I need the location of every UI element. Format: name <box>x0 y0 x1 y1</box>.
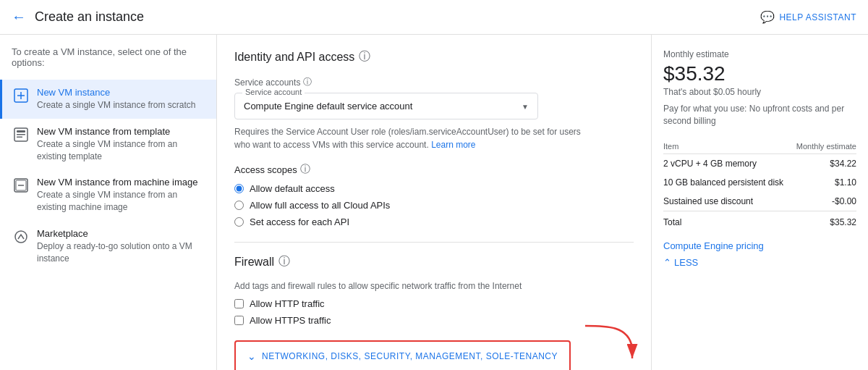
page-title: Create an instance <box>35 9 760 25</box>
sidebar-item-marketplace-title: Marketplace <box>37 228 205 239</box>
cost-estimate-total: $35.32 <box>792 211 856 232</box>
sidebar-item-template-title: New VM instance from template <box>37 126 205 137</box>
monthly-estimate-label: Monthly estimate <box>663 49 856 59</box>
header: ← Create an instance 💬 HELP ASSISTANT <box>0 0 868 35</box>
sidebar-item-machine-image-desc: Create a single VM instance from an exis… <box>37 189 205 214</box>
learn-more-link[interactable]: Learn more <box>431 140 475 150</box>
access-scopes-section: Access scopes ⓘ Allow default access All… <box>234 163 634 227</box>
table-row: 10 GB balanced persistent disk $1.10 <box>663 173 856 192</box>
cost-estimate-vcpu: $34.22 <box>792 154 856 173</box>
sidebar: To create a VM instance, select one of t… <box>0 35 217 370</box>
radio-default-access[interactable]: Allow default access <box>234 183 634 194</box>
monthly-estimate-price: $35.32 <box>663 62 856 85</box>
cost-item-discount: Sustained use discount <box>663 192 792 211</box>
upfront-note: Pay for what you use: No upfront costs a… <box>663 103 856 127</box>
svg-rect-5 <box>17 134 25 135</box>
right-panel: Monthly estimate $35.32 That's about $0.… <box>651 35 868 370</box>
back-button[interactable]: ← <box>12 9 26 25</box>
sidebar-item-marketplace[interactable]: Marketplace Deploy a ready-to-go solutio… <box>0 221 216 272</box>
main-layout: To create a VM instance, select one of t… <box>0 35 868 370</box>
divider <box>234 242 634 243</box>
cost-estimate-disk: $1.10 <box>792 173 856 192</box>
cost-item-vcpu: 2 vCPU + 4 GB memory <box>663 154 792 173</box>
sidebar-item-marketplace-desc: Deploy a ready-to-go solution onto a VM … <box>37 240 205 265</box>
template-icon <box>14 127 28 146</box>
compute-engine-pricing-link[interactable]: Compute Engine pricing <box>663 240 856 251</box>
cost-table-header-item: Item <box>663 139 792 154</box>
networking-label: NETWORKING, DISKS, SECURITY, MANAGEMENT,… <box>262 351 558 361</box>
service-accounts-section: Service accounts ⓘ Service account Compu… <box>234 76 634 151</box>
less-toggle-button[interactable]: ⌃ LESS <box>663 257 856 268</box>
less-chevron-icon: ⌃ <box>663 257 671 268</box>
firewall-section-title: Firewall ⓘ <box>234 254 634 269</box>
service-accounts-help-icon[interactable]: ⓘ <box>303 76 312 88</box>
marketplace-icon <box>14 230 28 248</box>
table-row: Sustained use discount -$0.00 <box>663 192 856 211</box>
identity-section-title: Identity and API access ⓘ <box>234 49 634 64</box>
service-accounts-label: Service accounts ⓘ <box>234 76 634 88</box>
red-arrow <box>578 319 643 369</box>
checkbox-https[interactable]: Allow HTTPS traffic <box>234 315 634 326</box>
access-scopes-help-icon[interactable]: ⓘ <box>300 163 310 176</box>
radio-per-api-access[interactable]: Set access for each API <box>234 216 634 227</box>
sidebar-intro: To create a VM instance, select one of t… <box>0 46 216 80</box>
firewall-note: Add tags and firewall rules to allow spe… <box>234 281 634 291</box>
firewall-section: Firewall ⓘ Add tags and firewall rules t… <box>234 254 634 326</box>
cost-item-total: Total <box>663 211 792 232</box>
networking-wrapper: ⌄ NETWORKING, DISKS, SECURITY, MANAGEMEN… <box>234 340 571 370</box>
cost-table-header-estimate: Monthly estimate <box>792 139 856 154</box>
service-account-note: Requires the Service Account User role (… <box>234 125 582 151</box>
svg-rect-6 <box>17 136 22 138</box>
radio-full-access[interactable]: Allow full access to all Cloud APIs <box>234 200 634 211</box>
help-assistant-button[interactable]: 💬 HELP ASSISTANT <box>760 10 856 24</box>
sidebar-item-new-vm-desc: Create a single VM instance from scratch <box>37 99 195 112</box>
service-account-field-label: Service account <box>242 88 305 96</box>
new-vm-icon <box>14 88 28 106</box>
sidebar-item-machine-image-title: New VM instance from machine image <box>37 177 205 188</box>
sidebar-item-template-desc: Create a single VM instance from an exis… <box>37 138 205 163</box>
firewall-checkbox-group: Allow HTTP traffic Allow HTTPS traffic <box>234 298 634 326</box>
svg-rect-4 <box>17 130 25 133</box>
cost-table: Item Monthly estimate 2 vCPU + 4 GB memo… <box>663 139 856 232</box>
main-content: Identity and API access ⓘ Service accoun… <box>217 35 651 370</box>
hourly-note: That's about $0.05 hourly <box>663 87 856 97</box>
identity-help-icon[interactable]: ⓘ <box>359 49 370 64</box>
cost-estimate-discount: -$0.00 <box>792 192 856 211</box>
networking-section[interactable]: ⌄ NETWORKING, DISKS, SECURITY, MANAGEMEN… <box>234 340 571 370</box>
table-row-total: Total $35.32 <box>663 211 856 232</box>
sidebar-item-new-vm-template[interactable]: New VM instance from template Create a s… <box>0 119 216 170</box>
help-assistant-label: HELP ASSISTANT <box>779 12 856 22</box>
service-account-select[interactable]: Compute Engine default service account N… <box>235 93 537 119</box>
machine-image-icon <box>14 178 28 196</box>
firewall-help-icon[interactable]: ⓘ <box>278 254 290 269</box>
table-row: 2 vCPU + 4 GB memory $34.22 <box>663 154 856 173</box>
help-assistant-icon: 💬 <box>760 10 775 24</box>
access-scopes-radio-group: Allow default access Allow full access t… <box>234 183 634 227</box>
sidebar-item-new-vm-title: New VM instance <box>37 87 195 98</box>
service-account-select-wrapper: Service account Compute Engine default s… <box>234 93 538 119</box>
sidebar-item-machine-image[interactable]: New VM instance from machine image Creat… <box>0 169 216 221</box>
sidebar-item-new-vm[interactable]: New VM instance Create a single VM insta… <box>0 80 216 119</box>
checkbox-http[interactable]: Allow HTTP traffic <box>234 298 634 309</box>
cost-item-disk: 10 GB balanced persistent disk <box>663 173 792 192</box>
networking-chevron-icon: ⌄ <box>247 350 256 362</box>
svg-point-10 <box>15 231 27 243</box>
